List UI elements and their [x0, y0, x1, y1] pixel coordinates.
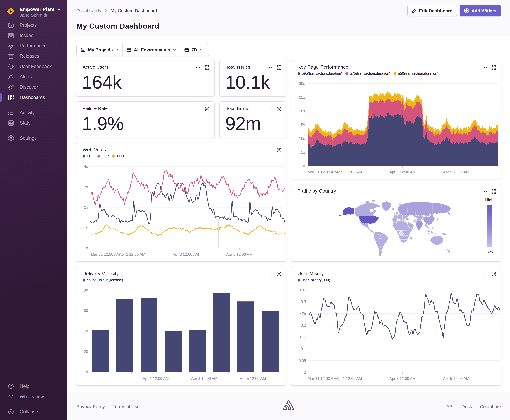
svg-text:Mar 31 12:00 AM: Mar 31 12:00 AM: [308, 170, 337, 174]
svg-text:0.1: 0.1: [301, 347, 306, 351]
svg-text:20: 20: [84, 350, 88, 354]
svg-text:25s: 25s: [299, 95, 305, 99]
svg-text:10s: 10s: [299, 136, 305, 141]
svg-text:40: 40: [84, 329, 88, 333]
svg-text:Apr 1 12:00 AM: Apr 1 12:00 AM: [336, 376, 362, 381]
svg-text:Apr 1 12:00 AM: Apr 1 12:00 AM: [119, 252, 145, 256]
svg-text:0.25: 0.25: [299, 311, 306, 316]
svg-text:0: 0: [86, 246, 88, 250]
svg-text:2s: 2s: [84, 205, 88, 209]
svg-text:Mar 31 12:00 AM: Mar 31 12:00 AM: [91, 252, 120, 256]
svg-text:Apr 1 12:00 AM: Apr 1 12:00 AM: [143, 376, 169, 381]
svg-text:15s: 15s: [299, 123, 305, 127]
svg-text:Apr 5 12:00 AM: Apr 5 12:00 AM: [240, 376, 266, 381]
svg-text:30s: 30s: [299, 81, 305, 86]
svg-text:1s: 1s: [84, 226, 88, 230]
svg-text:0: 0: [304, 370, 306, 375]
svg-text:0: 0: [303, 164, 305, 168]
svg-text:0.35: 0.35: [299, 288, 306, 292]
svg-text:0: 0: [86, 370, 88, 374]
svg-text:Apr 5 12:00 AM: Apr 5 12:00 AM: [226, 252, 252, 256]
svg-text:0.2: 0.2: [301, 323, 306, 327]
svg-text:Apr 1 12:00 AM: Apr 1 12:00 AM: [336, 170, 362, 174]
svg-text:Apr 3 12:00 AM: Apr 3 12:00 AM: [173, 252, 199, 256]
svg-text:0.05: 0.05: [299, 359, 306, 363]
svg-text:5s: 5s: [301, 150, 305, 154]
svg-text:3s: 3s: [84, 185, 88, 189]
svg-text:0.3: 0.3: [301, 300, 306, 304]
svg-text:Mar 31 12:00 AM: Mar 31 12:00 AM: [308, 376, 337, 381]
svg-text:0.15: 0.15: [299, 335, 306, 339]
svg-text:80: 80: [84, 288, 88, 292]
svg-text:Apr 3 12:00 AM: Apr 3 12:00 AM: [390, 170, 416, 174]
svg-text:Apr 3 12:00 AM: Apr 3 12:00 AM: [191, 376, 217, 381]
svg-text:60: 60: [84, 308, 88, 313]
svg-text:4s: 4s: [84, 164, 88, 169]
svg-text:Apr 5 12:00 AM: Apr 5 12:00 AM: [443, 376, 469, 381]
svg-text:20s: 20s: [299, 109, 305, 113]
svg-text:Low: Low: [486, 249, 493, 254]
svg-text:Apr 3 12:00 AM: Apr 3 12:00 AM: [390, 376, 416, 381]
svg-text:High: High: [485, 198, 494, 202]
svg-text:Apr 5 12:00 AM: Apr 5 12:00 AM: [443, 170, 469, 174]
